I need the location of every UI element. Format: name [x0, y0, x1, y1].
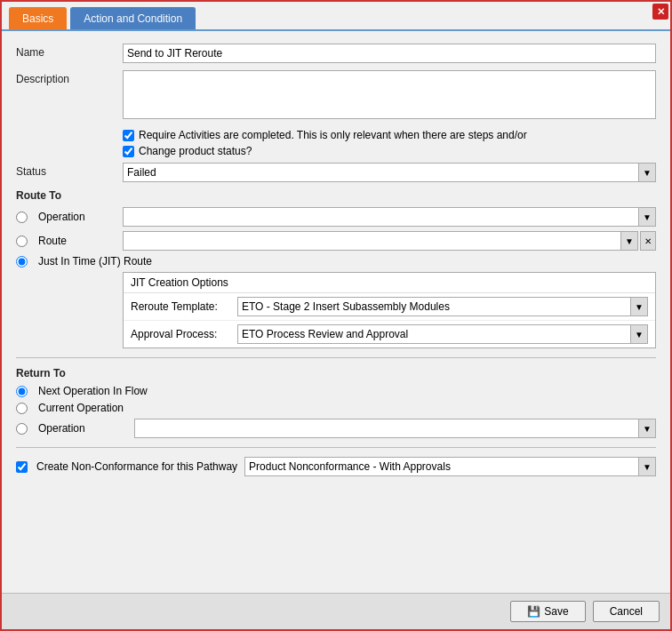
reroute-select-wrap: ETO - Stage 2 Insert Subassembly Modules…	[237, 297, 648, 316]
checkbox2-label: Change product status?	[139, 145, 252, 157]
jit-radio-label: Just In Time (JIT) Route	[38, 255, 152, 268]
route-remove-btn[interactable]: ✕	[640, 231, 656, 251]
return-op-select-wrap: ▼	[134, 419, 656, 438]
return-to-section: Return To Next Operation In Flow Current…	[16, 367, 656, 438]
name-input-wrap	[123, 44, 656, 63]
return-operation-row: Operation ▼	[16, 419, 656, 438]
tab-bar: Basics Action and Condition	[2, 2, 670, 31]
checkbox1-input[interactable]	[123, 130, 134, 141]
section-divider	[16, 357, 656, 358]
description-label: Description	[16, 70, 123, 85]
approval-process-row: Approval Process: ETO Process Review and…	[124, 321, 655, 347]
approval-select-wrap: ETO Process Review and Approval ▼	[237, 324, 648, 344]
route-select[interactable]	[123, 231, 638, 251]
bottom-divider	[16, 447, 656, 448]
status-row: Status Failed Passed On Hold ▼	[16, 163, 656, 182]
reroute-template-row: Reroute Template: ETO - Stage 2 Insert S…	[124, 293, 655, 321]
operation-radio[interactable]	[16, 212, 28, 223]
route-to-section: Route To Operation ▼	[16, 189, 656, 348]
next-op-radio[interactable]	[16, 386, 28, 397]
save-icon: 💾	[527, 605, 540, 618]
checkbox2-row: Change product status?	[123, 145, 656, 157]
save-button[interactable]: 💾Save	[510, 601, 585, 622]
route-select-area: ▼ ✕	[123, 231, 656, 251]
status-select[interactable]: Failed Passed On Hold	[123, 163, 656, 182]
tab-action-condition[interactable]: Action and Condition	[70, 7, 196, 29]
ncr-select-container: Product Nonconformance - With Approvals …	[244, 457, 656, 476]
return-op-label: Operation	[38, 422, 134, 435]
cancel-button[interactable]: Cancel	[593, 601, 660, 622]
jit-title: JIT Creation Options	[124, 273, 655, 293]
radio-indent-route: Route	[16, 235, 123, 247]
next-op-row: Next Operation In Flow	[16, 385, 656, 397]
checkbox1-row: Require Activities are completed. This i…	[123, 129, 656, 141]
checkbox1-label: Require Activities are completed. This i…	[139, 129, 527, 141]
ncr-select-wrap: Product Nonconformance - With Approvals …	[244, 457, 656, 476]
return-op-select[interactable]	[134, 419, 656, 438]
operation-select-container: ▼	[123, 207, 656, 227]
name-input[interactable]	[123, 44, 656, 63]
route-select-with-btns: ▼ ✕	[123, 231, 656, 251]
next-op-label: Next Operation In Flow	[38, 385, 148, 397]
description-row: Description	[16, 70, 656, 122]
close-button[interactable]: ✕	[652, 4, 668, 20]
jit-radio-container: Just In Time (JIT) Route	[16, 255, 152, 268]
approval-label: Approval Process:	[131, 328, 237, 340]
checkbox2-input[interactable]	[123, 146, 134, 157]
name-row: Name	[16, 44, 656, 63]
return-op-select-container: ▼	[134, 419, 656, 438]
form-content: Name Description Require Activities are …	[2, 31, 670, 593]
tab-basics[interactable]: Basics	[9, 7, 67, 29]
jit-radio-row: Just In Time (JIT) Route	[16, 255, 656, 268]
ncr-row: Create Non-Conformance for this Pathway …	[16, 457, 656, 476]
current-op-radio[interactable]	[16, 403, 28, 414]
current-op-row: Current Operation	[16, 402, 656, 414]
operation-radio-label: Operation	[38, 211, 85, 223]
reroute-label: Reroute Template:	[131, 300, 237, 313]
reroute-select[interactable]: ETO - Stage 2 Insert Subassembly Modules	[237, 297, 648, 316]
operation-select[interactable]	[123, 207, 656, 227]
route-radio-label: Route	[38, 235, 67, 247]
route-select-container: ▼	[123, 231, 638, 251]
close-icon: ✕	[657, 6, 665, 18]
status-select-wrap: Failed Passed On Hold ▼	[123, 163, 656, 182]
route-radio[interactable]	[16, 236, 28, 247]
return-op-radio[interactable]	[16, 423, 28, 435]
current-op-label: Current Operation	[38, 402, 124, 414]
status-label: Status	[16, 163, 123, 178]
ncr-checkbox[interactable]	[16, 461, 28, 473]
return-to-label: Return To	[16, 367, 656, 379]
approval-select[interactable]: ETO Process Review and Approval	[237, 324, 648, 344]
ncr-select[interactable]: Product Nonconformance - With Approvals	[244, 457, 656, 476]
dialog: ✕ Basics Action and Condition Name Descr…	[0, 0, 672, 631]
name-label: Name	[16, 44, 123, 59]
jit-box: JIT Creation Options Reroute Template: E…	[123, 272, 656, 348]
route-to-label: Route To	[16, 189, 656, 202]
ncr-label: Create Non-Conformance for this Pathway	[36, 460, 237, 473]
operation-select-wrap: ▼	[123, 207, 656, 227]
status-select-container: Failed Passed On Hold ▼	[123, 163, 656, 182]
route-radio-row: Route ▼ ✕	[16, 231, 656, 251]
operation-radio-row: Operation ▼	[16, 207, 656, 227]
remove-icon: ✕	[644, 236, 652, 246]
description-input[interactable]	[123, 70, 656, 119]
footer: 💾Save Cancel	[2, 593, 670, 629]
radio-indent-op: Operation	[16, 211, 123, 223]
jit-radio[interactable]	[16, 256, 28, 268]
description-input-wrap	[123, 70, 656, 122]
